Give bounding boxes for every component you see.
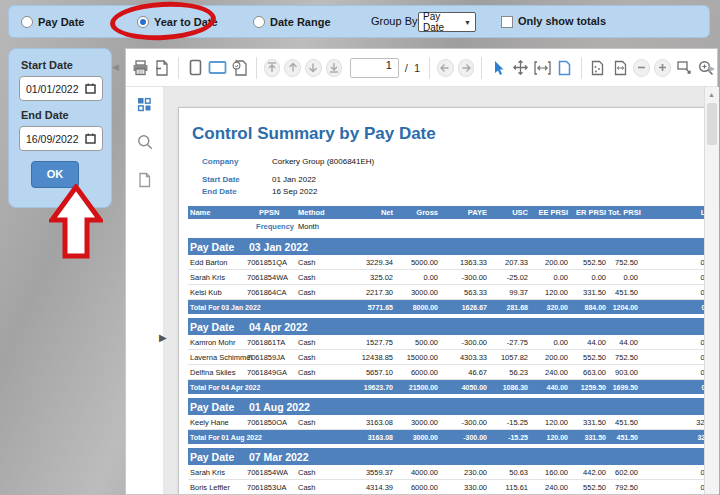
- total-cell: 1086.30: [489, 384, 530, 391]
- pay-date-band: Pay Date03 Jan 2022: [188, 238, 704, 255]
- date-panel: Start Date 01/01/2022 End Date 16/09/202…: [8, 48, 112, 208]
- report-cell: 0.00: [640, 273, 704, 282]
- vertical-scrollbar[interactable]: ▲: [704, 87, 719, 494]
- forward-icon[interactable]: [458, 59, 475, 77]
- first-page-icon[interactable]: [264, 59, 281, 77]
- zoom-page-width-icon[interactable]: [610, 56, 630, 80]
- viewer-canvas: Control Summary by Pay Date Company Cork…: [164, 87, 704, 494]
- total-cell: 4050.00: [440, 384, 489, 391]
- report-cell: 7061851QA: [245, 258, 296, 267]
- radio-pay-date[interactable]: Pay Date: [21, 6, 84, 37]
- prev-page-icon[interactable]: [284, 59, 301, 77]
- report-cell: 3163.08: [339, 418, 395, 427]
- report-cell: 46.67: [440, 368, 489, 377]
- total-row-label: Total For 01 Aug 2022: [188, 434, 339, 441]
- report-cell: 0.00: [640, 353, 704, 362]
- viewer-toolbar: ◀ 1 / 1: [126, 49, 717, 87]
- report-row: Delfina Skiles7061849GACash5657.106000.0…: [188, 365, 704, 380]
- report-cell: Cash: [296, 338, 339, 347]
- report-cell: 115.61: [489, 483, 530, 492]
- total-cell: 440.00: [530, 384, 570, 391]
- fit-window-icon[interactable]: [674, 56, 694, 80]
- collapse-icon[interactable]: ◀: [112, 62, 119, 72]
- export-page-icon[interactable]: [152, 56, 172, 80]
- blank-page-icon[interactable]: [555, 56, 575, 80]
- report-cell: 5657.10: [339, 368, 395, 377]
- refresh-page-icon[interactable]: [230, 56, 250, 80]
- next-page-icon[interactable]: [305, 59, 322, 77]
- radio-circle-selected[interactable]: [137, 16, 149, 28]
- report-cell: 0.00: [395, 273, 440, 282]
- more-icon[interactable]: ▶: [709, 64, 715, 73]
- calendar-icon[interactable]: [85, 133, 96, 144]
- landscape-page-icon[interactable]: [207, 56, 227, 80]
- column-header: PPSN: [245, 208, 296, 217]
- panel-expander-icon[interactable]: ▶: [159, 332, 167, 343]
- total-cell: 884.00: [570, 304, 608, 311]
- radio-pay-date-label: Pay Date: [38, 16, 84, 28]
- select-cursor-icon[interactable]: [488, 56, 508, 80]
- filter-bar: Pay Date Year to Date Date Range Group B…: [8, 5, 710, 38]
- report-row: Sarah Kris7061854WACash3559.374000.00230…: [188, 465, 704, 480]
- column-header: Gross: [395, 208, 440, 217]
- back-icon[interactable]: [437, 59, 454, 77]
- total-cell: 120.00: [530, 434, 570, 441]
- total-cell: 3163.08: [339, 434, 395, 441]
- report-cell: 500.00: [395, 338, 440, 347]
- report-viewer: ◀ 1 / 1: [125, 48, 718, 495]
- report-cell: 240.00: [530, 368, 570, 377]
- radio-circle[interactable]: [21, 16, 33, 28]
- bookmarks-icon[interactable]: [138, 172, 151, 188]
- scroll-up-icon[interactable]: ▲: [708, 91, 715, 98]
- zoom-out-icon[interactable]: [633, 59, 650, 77]
- zoom-page-icon[interactable]: [588, 56, 608, 80]
- total-cell: 331.50: [570, 434, 608, 441]
- report-row: Kamron Mohr7061861TACash1527.75500.00-30…: [188, 335, 704, 350]
- report-cell: 752.50: [608, 353, 640, 362]
- report-cell: 451.50: [608, 288, 640, 297]
- report-cell: -300.00: [440, 418, 489, 427]
- radio-date-range[interactable]: Date Range: [253, 6, 331, 37]
- zoom-in-icon[interactable]: [654, 59, 671, 77]
- report-cell: 0.00: [640, 368, 704, 377]
- only-show-totals-checkbox[interactable]: [501, 16, 513, 28]
- pay-date-band-value: 07 Mar 2022: [249, 451, 704, 463]
- report-row: Boris Leffler7061853UACash4314.396000.00…: [188, 480, 704, 494]
- total-cell: 5771.65: [339, 304, 395, 311]
- report-cell: 6000.00: [395, 483, 440, 492]
- total-cell: 281.68: [489, 304, 530, 311]
- calendar-icon[interactable]: [85, 83, 96, 94]
- portrait-page-icon[interactable]: [185, 56, 205, 80]
- total-cell: 19623.70: [339, 384, 395, 391]
- pan-icon[interactable]: [510, 56, 530, 80]
- search-icon[interactable]: [137, 134, 153, 150]
- pay-date-band-value: 04 Apr 2022: [249, 321, 704, 333]
- pay-date-band: Pay Date07 Mar 2022: [188, 448, 704, 465]
- total-cell: 1626.67: [440, 304, 489, 311]
- page-number-input[interactable]: 1: [350, 58, 398, 78]
- printer-icon[interactable]: [130, 56, 150, 80]
- radio-circle[interactable]: [253, 16, 265, 28]
- group-by-select[interactable]: Pay Date ▼: [418, 12, 476, 32]
- report-cell: 552.50: [570, 258, 608, 267]
- radio-year-to-date[interactable]: Year to Date: [137, 6, 218, 37]
- total-cell: 3000.00: [395, 434, 440, 441]
- report-cell: 330.00: [440, 483, 489, 492]
- report-cell: 3000.00: [395, 418, 440, 427]
- report-cell: 3000.00: [395, 288, 440, 297]
- report-cell: 12438.85: [339, 353, 395, 362]
- fit-width-icon[interactable]: [533, 56, 553, 80]
- end-date-input[interactable]: 16/09/2022: [19, 126, 103, 151]
- scrollbar-thumb[interactable]: [707, 103, 717, 145]
- thumbnails-icon[interactable]: [137, 97, 152, 112]
- start-date-input[interactable]: 01/01/2022: [19, 76, 103, 101]
- last-page-icon[interactable]: [326, 59, 343, 77]
- report-cell: -27.75: [489, 338, 530, 347]
- report-cell: 0.00: [608, 273, 640, 282]
- report-cell: 7061853UA: [245, 483, 296, 492]
- report-cell: Cash: [296, 483, 339, 492]
- frequency-value: Month: [294, 222, 704, 231]
- company-label: Company: [202, 156, 272, 168]
- page-count: / 1: [405, 62, 420, 74]
- ok-button[interactable]: OK: [31, 161, 79, 188]
